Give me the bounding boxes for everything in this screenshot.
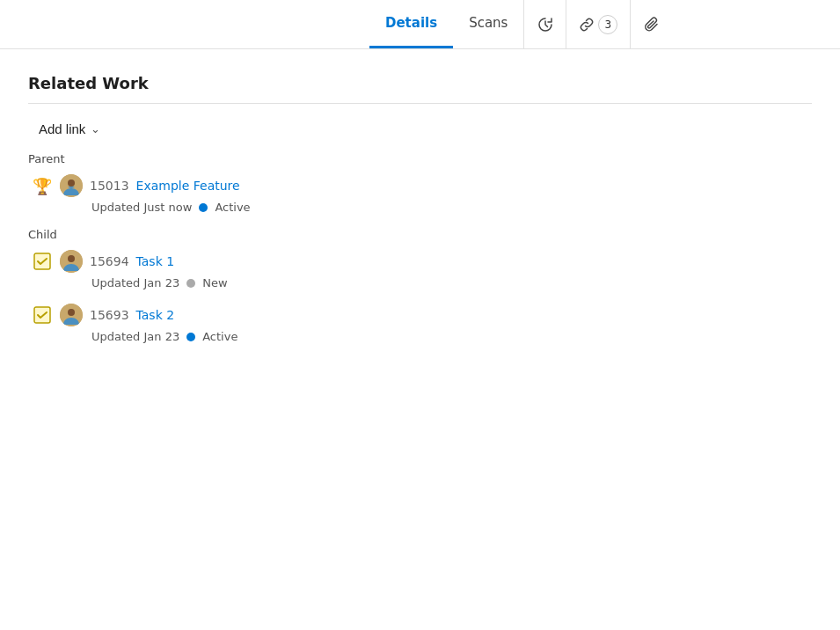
child-group: Child 15694 Task 1 bbox=[28, 228, 812, 343]
work-item-updated-15693: Updated Jan 23 bbox=[91, 330, 179, 343]
parent-label: Parent bbox=[28, 152, 812, 165]
add-link-button[interactable]: Add link ⌄ bbox=[39, 121, 100, 136]
history-icon bbox=[537, 17, 553, 33]
svg-point-7 bbox=[68, 309, 75, 316]
chevron-down-icon: ⌄ bbox=[91, 122, 100, 136]
status-dot-15013 bbox=[199, 203, 208, 212]
status-dot-15693 bbox=[186, 333, 195, 341]
attachment-icon bbox=[644, 17, 660, 33]
section-divider bbox=[28, 103, 812, 104]
work-item-id-15013: 15013 bbox=[90, 179, 129, 193]
status-dot-15694 bbox=[186, 279, 195, 288]
tab-details[interactable]: Details bbox=[369, 0, 453, 48]
work-item-updated-15013: Updated Just now bbox=[91, 201, 192, 214]
links-button[interactable]: 3 bbox=[566, 0, 630, 48]
avatar-15694 bbox=[60, 250, 83, 273]
task-icon-15693 bbox=[32, 304, 53, 326]
work-item-status-15694: New bbox=[202, 276, 227, 289]
task-icon-15694 bbox=[32, 251, 53, 272]
work-item-15694: 15694 Task 1 Updated Jan 23 New bbox=[28, 250, 812, 289]
avatar-15013 bbox=[60, 174, 83, 197]
work-item-id-15694: 15694 bbox=[90, 254, 129, 268]
work-item-status-15013: Active bbox=[215, 201, 250, 214]
work-item-15013: 🏆 15013 Example Feature Updated Just now… bbox=[28, 174, 812, 214]
avatar-15693 bbox=[60, 304, 83, 326]
page-title: Related Work bbox=[28, 74, 812, 92]
svg-point-4 bbox=[68, 255, 75, 262]
work-item-title-15694[interactable]: Task 1 bbox=[136, 254, 175, 268]
main-content: Related Work Add link ⌄ Parent 🏆 15013 bbox=[0, 49, 840, 382]
child-label: Child bbox=[28, 228, 812, 241]
work-item-status-15693: Active bbox=[202, 330, 237, 343]
svg-point-1 bbox=[68, 179, 75, 187]
history-button[interactable] bbox=[523, 0, 566, 48]
work-item-updated-15694: Updated Jan 23 bbox=[91, 276, 179, 289]
work-item-15693: 15693 Task 2 Updated Jan 23 Active bbox=[28, 304, 812, 343]
work-item-title-15693[interactable]: Task 2 bbox=[136, 308, 175, 322]
attachment-button[interactable] bbox=[630, 0, 672, 48]
add-link-label: Add link bbox=[39, 121, 85, 136]
link-icon bbox=[579, 17, 595, 33]
parent-group: Parent 🏆 15013 Example Feature Updated J… bbox=[28, 152, 812, 214]
feature-icon: 🏆 bbox=[32, 175, 53, 196]
work-item-title-15013[interactable]: Example Feature bbox=[136, 179, 240, 193]
tab-bar: Details Scans 3 bbox=[0, 0, 840, 49]
work-item-id-15693: 15693 bbox=[90, 308, 129, 322]
tab-scans[interactable]: Scans bbox=[453, 0, 523, 48]
links-badge: 3 bbox=[598, 15, 617, 34]
